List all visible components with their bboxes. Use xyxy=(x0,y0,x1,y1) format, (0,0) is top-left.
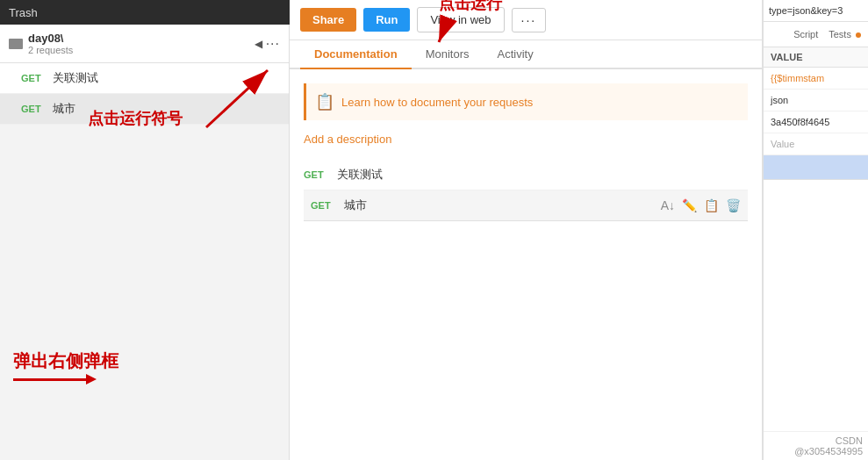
share-button[interactable]: Share xyxy=(300,8,356,32)
content-body: 📋 Learn how to document your requests Ad… xyxy=(290,69,762,460)
learn-box: 📋 Learn how to document your requests xyxy=(304,83,748,120)
doc-icon: 📋 xyxy=(315,92,334,111)
right-panel: type=json&key=3 Script Tests VALUE {{$ti… xyxy=(763,0,868,460)
doc-request-row-0: GET 关联测试 xyxy=(304,160,748,190)
text-icon[interactable]: A↓ xyxy=(661,198,675,212)
request-name-0: 关联测试 xyxy=(53,70,98,86)
collapse-icon[interactable]: ◀ xyxy=(255,38,262,50)
watermark: CSDN @x3054534995 xyxy=(764,431,868,460)
top-bar-title: Trash xyxy=(9,6,38,19)
more-button[interactable]: ··· xyxy=(512,8,547,32)
edit-icon[interactable]: ✏️ xyxy=(682,198,697,212)
tab-monitors[interactable]: Monitors xyxy=(412,40,484,69)
collection-name: day08\ xyxy=(28,32,73,45)
method-badge-1: GET xyxy=(21,104,46,114)
learn-text: Learn how to document your requests xyxy=(341,96,533,109)
view-web-button[interactable]: View in web xyxy=(417,7,504,32)
collection-count: 2 requests xyxy=(28,45,73,55)
request-list: GET 关联测试 GET 城市 xyxy=(0,63,289,125)
right-panel-value-3: Value xyxy=(764,133,868,155)
doc-name-1: 城市 xyxy=(344,198,661,213)
right-panel-value-2: 3a450f8f4645 xyxy=(764,111,868,133)
doc-method-1: GET xyxy=(311,200,337,211)
doc-row-actions: A↓ ✏️ 📋 🗑️ xyxy=(661,198,741,212)
tabs-bar: Documentation Monitors Activity xyxy=(290,40,762,69)
doc-method-0: GET xyxy=(304,169,330,180)
delete-icon[interactable]: 🗑️ xyxy=(726,198,741,212)
doc-name-0: 关联测试 xyxy=(337,167,748,183)
panel-tab-script[interactable]: Script xyxy=(790,27,821,41)
tab-activity[interactable]: Activity xyxy=(483,40,547,69)
sidebar: day08\ 2 requests ◀ ··· GET 关联测试 GET 城市 … xyxy=(0,25,290,460)
tab-documentation[interactable]: Documentation xyxy=(300,40,412,69)
add-description-link[interactable]: Add a description xyxy=(304,133,748,146)
collection-header[interactable]: day08\ 2 requests ◀ ··· xyxy=(0,25,289,63)
right-panel-value-1: json xyxy=(764,90,868,111)
url-bar-partial: type=json&key=3 xyxy=(764,0,868,22)
copy-icon[interactable]: 📋 xyxy=(704,198,719,212)
request-item-1[interactable]: GET 城市 xyxy=(0,94,289,125)
toolbar: Share Run View in web ··· 点击运行 xyxy=(290,0,762,40)
panel-tab-tests[interactable]: Tests xyxy=(825,27,864,41)
right-panel-col-header: VALUE xyxy=(764,47,868,68)
main-content: Share Run View in web ··· 点击运行 Documenta… xyxy=(290,0,763,460)
run-button[interactable]: Run xyxy=(363,8,410,32)
method-badge-0: GET xyxy=(21,73,46,83)
request-name-1: 城市 xyxy=(53,101,75,117)
right-panel-selected-row xyxy=(764,155,868,180)
doc-request-row-1: GET 城市 A↓ ✏️ 📋 🗑️ xyxy=(304,190,748,221)
annotation-popup-text: 弹出右侧弹框 xyxy=(13,349,118,373)
right-panel-value-0: {{$timmstam xyxy=(764,68,868,90)
top-bar: Trash xyxy=(0,0,290,25)
right-panel-values: {{$timmstam json 3a450f8f4645 Value xyxy=(764,68,868,431)
annotation-popup: 弹出右侧弹框 xyxy=(13,349,118,381)
folder-icon xyxy=(9,39,23,49)
request-item-0[interactable]: GET 关联测试 xyxy=(0,63,289,94)
collection-more-icon[interactable]: ··· xyxy=(266,36,280,52)
right-panel-tabs: Script Tests xyxy=(764,22,868,47)
